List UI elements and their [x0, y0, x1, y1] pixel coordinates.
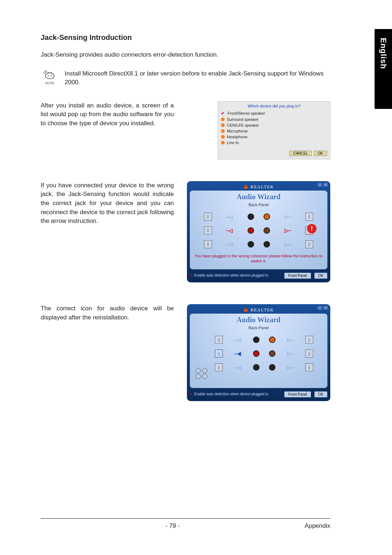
ok-button[interactable]: OK: [314, 151, 327, 156]
page-heading: Jack-Sensing Introduction: [41, 33, 330, 42]
section-name: Appendix: [305, 522, 330, 530]
auto-detect-checkbox[interactable]: ✔Enable auto detection when device plugg…: [190, 392, 269, 396]
wizard-subtitle: Back Panel: [193, 326, 324, 330]
arrow-icon: –◁: [234, 337, 241, 343]
wizard-brand: REALTEK: [190, 184, 327, 190]
arrow-active-icon: –◀: [234, 351, 241, 356]
ok-button[interactable]: OK: [314, 273, 327, 279]
audio-port: [264, 241, 270, 248]
minimize-icon[interactable]: –: [317, 306, 322, 310]
option-microphone[interactable]: Microphone: [221, 128, 327, 134]
arrow-red-icon: –◁: [226, 228, 233, 233]
svg-point-0: [45, 73, 54, 79]
arrow-icon: ▷–: [287, 337, 294, 343]
connector-icon: ▯: [215, 363, 223, 371]
audio-wizard-correct: – × REALTEK Audio Wizard Back Panel ▯–◁▷…: [187, 304, 330, 401]
wizard-subtitle: Back Panel: [193, 203, 324, 207]
minimize-icon[interactable]: –: [317, 183, 322, 187]
connector-icon: ▯: [204, 213, 212, 221]
option-surround[interactable]: Surround speaker: [221, 117, 327, 122]
svg-point-2: [51, 76, 52, 77]
connector-icon: ▯: [215, 336, 223, 344]
audio-port: [248, 241, 254, 248]
audio-port: [248, 227, 254, 234]
note-block: NOTE Install Microsoft DirectX8.1 or lat…: [41, 69, 330, 87]
connector-icon: ▯: [305, 363, 313, 371]
page-number: - 79 -: [166, 522, 180, 530]
option-line-in[interactable]: Line In: [221, 140, 327, 146]
connector-icon: ▯: [204, 240, 212, 248]
section3-text: The correct icon for audio device will b…: [41, 304, 174, 322]
close-icon[interactable]: ×: [323, 306, 328, 310]
option-headphone[interactable]: Headphone: [221, 134, 327, 140]
audio-port: [253, 336, 260, 343]
section1-text: After you install an audio device, a scr…: [41, 101, 174, 128]
ok-button[interactable]: OK: [314, 391, 327, 397]
section-wrong-jack: If you have connected your device to the…: [41, 181, 330, 283]
wizard-warning: You have plugged in the wrong connector …: [193, 253, 324, 264]
note-text: Install Microsoft DirectX8.1 or later ve…: [65, 69, 330, 87]
arrow-icon: –◁: [234, 364, 241, 370]
intro-text: Jack-Sensing provides audio connectors e…: [41, 51, 330, 58]
language-tab: English: [375, 29, 392, 109]
connector-icon: ▯: [305, 336, 313, 344]
jack-grid: ▯–◁▷–▯ ▯–◁▷–▯ ▯–◁▷–▯: [201, 211, 317, 250]
arrow-red-icon: ▷–: [285, 228, 291, 233]
audio-wizard-wrong: – × REALTEK Audio Wizard Back Panel ▯–◁▷…: [187, 181, 330, 283]
page-content: Jack-Sensing Introduction Jack-Sensing p…: [41, 33, 330, 519]
page-footer: - 79 - Appendix: [41, 518, 330, 530]
audio-port: [269, 336, 275, 343]
wizard-title: Audio Wizard: [193, 193, 324, 201]
audio-port: [269, 364, 275, 371]
warning-icon: !: [307, 224, 317, 233]
popup-question: Which device did you plug in?: [221, 104, 327, 108]
audio-port: [253, 364, 260, 371]
connector-active-icon: ▯: [215, 350, 223, 358]
arrow-icon: ▷–: [287, 364, 294, 370]
note-icon: NOTE: [41, 69, 59, 86]
side-connectors: [196, 368, 207, 379]
front-panel-button[interactable]: Front Panel: [284, 273, 311, 279]
connector-icon: ▯: [305, 240, 313, 248]
cancel-button[interactable]: CANCEL: [289, 151, 312, 156]
audio-port: [248, 213, 254, 220]
arrow-icon: ▷–: [285, 241, 291, 247]
arrow-icon: ▷–: [287, 351, 294, 356]
jack-grid: ▯–◁▷–▯ ▯–◀▷–▯ ▯–◁▷–▯: [212, 334, 317, 374]
option-cen-lfe[interactable]: CEN/LFE speaker: [221, 122, 327, 128]
wizard-brand: REALTEK: [190, 307, 327, 313]
connector-icon: ▯: [305, 350, 313, 358]
device-popup: Which device did you plug in? ✔Front/Ste…: [218, 101, 330, 159]
wizard-title: Audio Wizard: [193, 316, 324, 324]
close-icon[interactable]: ×: [323, 183, 328, 187]
section-device-list: After you install an audio device, a scr…: [41, 101, 330, 159]
audio-port: [253, 350, 260, 357]
connector-icon: ▯: [204, 227, 212, 234]
svg-point-1: [48, 76, 49, 77]
arrow-icon: –◁: [226, 214, 233, 220]
connector-icon: ▯: [305, 213, 313, 221]
auto-detect-checkbox[interactable]: ✔Enable auto detection when device plugg…: [190, 273, 269, 277]
audio-port: [269, 350, 275, 357]
language-label: English: [379, 38, 388, 69]
front-panel-button[interactable]: Front Panel: [284, 391, 311, 397]
arrow-icon: –◁: [226, 241, 233, 247]
section2-text: If you have connected your device to the…: [41, 181, 174, 226]
arrow-icon: ▷–: [285, 214, 291, 220]
audio-port: [264, 213, 270, 220]
note-label: NOTE: [45, 81, 54, 85]
option-front-stereo[interactable]: ✔Front/Stereo speaker: [221, 110, 327, 117]
audio-port: [264, 227, 270, 234]
section-correct-jack: The correct icon for audio device will b…: [41, 304, 330, 401]
